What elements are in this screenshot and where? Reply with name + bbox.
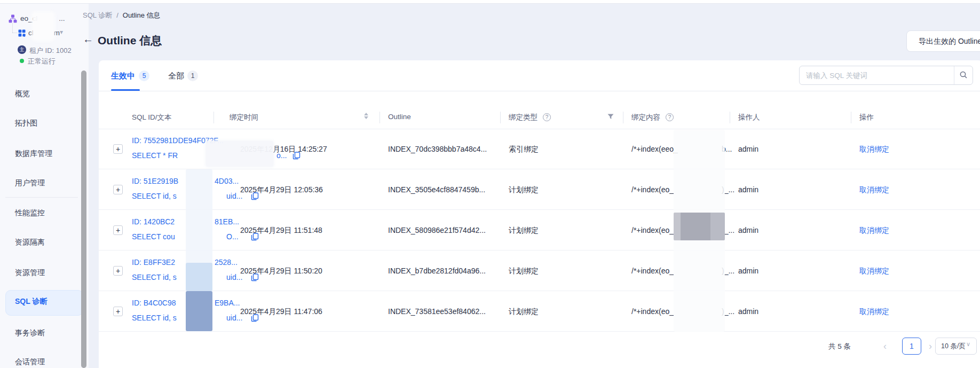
- bind-time: 2025年4月29日 11:51:48: [240, 226, 322, 236]
- sidebar-item-sql-diagnosis-label[interactable]: SQL 诊断: [15, 297, 47, 307]
- sidebar-item-overview[interactable]: 概览: [0, 88, 80, 99]
- sidebar-item-perf-monitor[interactable]: 性能监控: [0, 207, 80, 218]
- table-row: + ID: E8FF3E2 2528... SELECT id, s uid..…: [99, 250, 980, 291]
- tree-connector: [12, 33, 17, 33]
- breadcrumb-parent[interactable]: SQL 诊断: [83, 11, 112, 19]
- outline-name: INDEX_580986e21f574d42...: [388, 226, 486, 234]
- unbind-link[interactable]: 取消绑定: [859, 267, 889, 276]
- bind-type: 索引绑定: [509, 145, 539, 154]
- sidebar-item-user-mgmt[interactable]: 用户管理: [0, 177, 80, 189]
- expand-row-button[interactable]: +: [113, 225, 123, 235]
- help-circle-icon[interactable]: ?: [666, 113, 674, 121]
- sidebar-item-resource-mgmt[interactable]: 资源管理: [0, 267, 80, 278]
- cluster-name-suffix: ...: [59, 14, 65, 22]
- header-divider: [500, 112, 501, 123]
- status-dot-icon: [20, 59, 24, 63]
- bind-time: 2025年4月29日 11:47:06: [240, 307, 322, 317]
- pagination-prev-icon[interactable]: ‹: [883, 341, 887, 352]
- cluster-tree-icon: [9, 14, 17, 23]
- sql-text-link[interactable]: SELECT * FR: [132, 151, 178, 160]
- sql-text-link[interactable]: SELECT cou: [132, 232, 175, 241]
- bind-content: /*+index(eo_: [631, 307, 674, 316]
- unbind-link[interactable]: 取消绑定: [859, 307, 889, 317]
- pagination-next-icon[interactable]: ›: [929, 341, 932, 352]
- sql-text-link[interactable]: SELECT id, s: [132, 314, 177, 322]
- operator: admin: [738, 226, 758, 234]
- tenant-name-suffix: m: [54, 29, 60, 37]
- page-size-select[interactable]: 10 条/页: [935, 338, 977, 355]
- expand-row-button[interactable]: +: [113, 266, 123, 276]
- sidebar-item-topology[interactable]: 拓扑图: [0, 117, 80, 129]
- outline-name: INDEX_3505e4cf8847459b...: [388, 185, 485, 194]
- bind-content: /*+index(eo_: [631, 267, 674, 275]
- sql-id-link[interactable]: ID: 51E2919B: [132, 177, 178, 185]
- filter-funnel-icon[interactable]: [607, 114, 614, 120]
- expand-row-button[interactable]: +: [113, 144, 123, 154]
- sidebar-item-transaction-diagnosis[interactable]: 事务诊断: [0, 327, 80, 339]
- row-border: [99, 331, 980, 332]
- operator: admin: [738, 267, 758, 275]
- expand-row-button[interactable]: +: [113, 185, 123, 194]
- sql-id-suffix[interactable]: 4D03...: [215, 177, 239, 185]
- header-divider: [730, 112, 730, 123]
- operator: admin: [738, 185, 758, 194]
- bind-time: 2025年4月29日 11:50:20: [240, 267, 322, 276]
- sidebar-scrollbar[interactable]: [81, 71, 86, 368]
- expand-row-button[interactable]: +: [113, 307, 123, 316]
- page-title: Outline 信息: [98, 33, 162, 48]
- bind-type: 计划绑定: [509, 226, 539, 236]
- search-placeholder: 请输入 SQL 关键词: [806, 71, 867, 81]
- col-header-bind-type: 绑定类型: [509, 113, 538, 122]
- pagination-total: 共 5 条: [828, 342, 851, 351]
- sql-text-link[interactable]: SELECT id, s: [132, 273, 177, 281]
- sql-id-suffix[interactable]: E9BA...: [215, 299, 240, 307]
- tree-connector: [12, 24, 13, 33]
- header-divider: [214, 112, 214, 123]
- operator: admin: [738, 145, 758, 153]
- table-row: + ID: B4C0C98 E9BA... SELECT id, s uid..…: [99, 291, 980, 332]
- tenant-badge-icon: 主: [18, 45, 26, 54]
- col-header-bind-time[interactable]: 绑定时间: [230, 113, 258, 122]
- col-header-sql-id: SQL ID/文本: [132, 113, 172, 122]
- pagination-page-1[interactable]: 1: [902, 338, 921, 355]
- sidebar-item-database-mgmt[interactable]: 数据库管理: [0, 147, 80, 159]
- sql-text-link[interactable]: SELECT id, s: [132, 192, 177, 200]
- col-header-action: 操作: [859, 113, 874, 122]
- tab-all-count-badge: 1: [187, 71, 198, 81]
- tenant-id-label: 租户 ID: 1002: [29, 46, 72, 56]
- outline-name: INDEX_70dc398bbb7a48c4...: [388, 145, 487, 153]
- redaction-block: [674, 213, 725, 240]
- bind-content: /*+index(eo_: [631, 226, 674, 234]
- header-divider: [851, 112, 851, 123]
- sql-id-link[interactable]: ID: 1420BC2: [132, 217, 175, 226]
- bind-time: 2025年4月29日 12:05:36: [240, 185, 323, 195]
- sidebar-item-resource-isolation[interactable]: 资源隔离: [0, 236, 80, 248]
- chevron-down-icon: ∨: [966, 341, 970, 348]
- unbind-link[interactable]: 取消绑定: [859, 145, 889, 154]
- sql-id-link[interactable]: ID: B4C0C98: [132, 299, 176, 307]
- sidebar-item-session-mgmt[interactable]: 会话管理: [0, 356, 80, 367]
- bind-content: /*+index(eo_: [631, 185, 674, 194]
- tabbar-border: [99, 91, 980, 91]
- unbind-link[interactable]: 取消绑定: [859, 185, 889, 195]
- sql-id-link[interactable]: ID: E8FF3E2: [132, 258, 175, 267]
- sql-text-suffix[interactable]: O...: [226, 232, 239, 241]
- help-circle-icon[interactable]: ?: [543, 113, 551, 121]
- breadcrumb-current: Outline 信息: [123, 11, 161, 19]
- back-arrow-icon[interactable]: ←: [83, 33, 93, 45]
- outline-name: INDEX_b7dbe2812fd04a96...: [388, 267, 486, 275]
- col-header-bind-content: 绑定内容: [631, 113, 660, 122]
- chevron-down-icon[interactable]: ▾: [60, 28, 63, 36]
- search-divider: [954, 66, 954, 84]
- tab-active[interactable]: 生效中: [111, 71, 135, 81]
- sidebar-divider: [5, 197, 78, 198]
- sql-id-suffix[interactable]: 2528...: [215, 258, 238, 267]
- header-divider: [380, 112, 380, 123]
- sorter-icon[interactable]: [364, 113, 368, 119]
- unbind-link[interactable]: 取消绑定: [859, 226, 889, 236]
- search-icon[interactable]: [959, 71, 968, 79]
- export-outline-button[interactable]: 导出生效的 Outline: [906, 30, 980, 52]
- tab-all[interactable]: 全部: [168, 71, 184, 81]
- tab-active-count-badge: 5: [139, 71, 149, 81]
- sql-id-suffix[interactable]: 81EB...: [215, 217, 239, 226]
